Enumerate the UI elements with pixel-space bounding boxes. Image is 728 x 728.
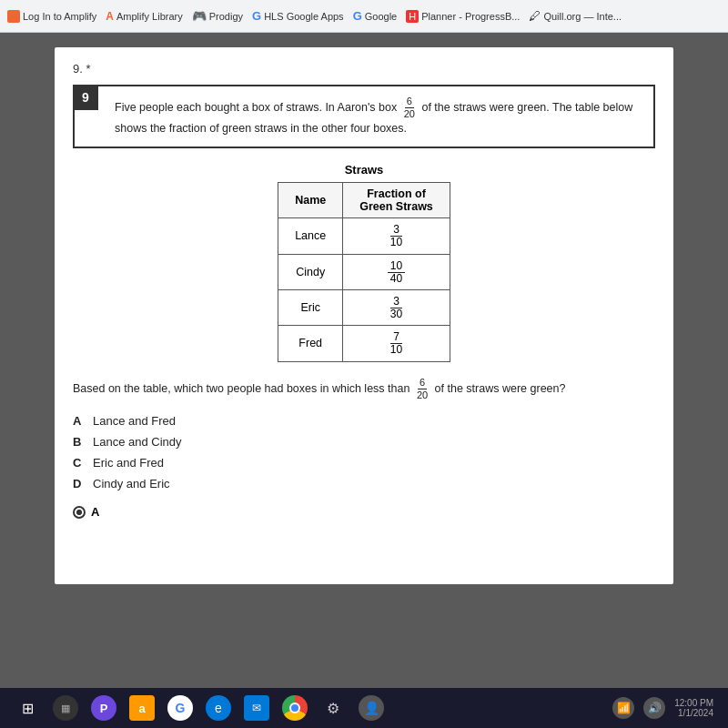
option-a-text: Lance and Fred — [93, 414, 176, 428]
amazon-button[interactable]: a — [129, 695, 155, 721]
option-b-text: Lance and Cindy — [93, 435, 182, 449]
quill-link[interactable]: 🖊 Quill.org — Inte... — [529, 9, 622, 23]
network-icon[interactable]: 📶 — [612, 697, 634, 719]
volume-icon[interactable]: 🔊 — [643, 697, 665, 719]
fred-fraction: 7 10 — [343, 326, 450, 361]
eric-name: Eric — [278, 289, 343, 325]
option-d-letter: D — [73, 477, 86, 490]
eric-fraction-den: 30 — [388, 308, 405, 320]
table-row: Eric 3 30 — [278, 289, 450, 325]
chrome-center — [289, 703, 300, 713]
prodigy-link[interactable]: 🎮 Prodigy — [192, 9, 243, 23]
time: 12:00 PM — [674, 698, 713, 708]
bottom-text-part2: of the straws were green? — [435, 382, 566, 395]
aaron-fraction: 6 20 — [402, 96, 417, 120]
cindy-fraction-den: 40 — [388, 273, 405, 285]
bottom-text-part1: Based on the table, which two people had… — [73, 382, 410, 395]
hls-google-icon: G — [252, 9, 261, 23]
amplify-library-link[interactable]: A Amplify Library — [106, 10, 182, 23]
question-text-part1: Five people each bought a box of straws.… — [115, 101, 397, 114]
option-b-letter: B — [73, 435, 86, 449]
bottom-fraction-num: 6 — [418, 377, 427, 389]
task-view-button[interactable]: ▦ — [53, 695, 78, 721]
table-row: Fred 7 10 — [278, 326, 450, 361]
hls-google-link[interactable]: G HLS Google Apps — [252, 9, 344, 23]
question-number-badge: 9 — [73, 85, 98, 110]
col-fraction-header: Fraction ofGreen Straws — [343, 183, 450, 218]
cindy-name: Cindy — [278, 254, 343, 289]
eric-fraction: 3 30 — [343, 289, 450, 325]
quiz-card: 9. * 9 Five people each bought a box of … — [55, 47, 673, 584]
lance-fraction: 3 10 — [343, 218, 450, 254]
clock: 12:00 PM 1/1/2024 — [674, 698, 713, 718]
prodigy-icon: 🎮 — [192, 9, 207, 23]
question-box: 9 Five people each bought a box of straw… — [73, 85, 655, 148]
aaron-fraction-num: 6 — [405, 96, 414, 108]
edge-button[interactable]: e — [206, 695, 231, 721]
option-c-letter: C — [73, 456, 86, 470]
google-taskbar-button[interactable]: G — [167, 695, 193, 721]
amplify-login-link[interactable]: Log In to Amplify — [7, 10, 96, 23]
option-d[interactable]: D Cindy and Eric — [73, 477, 655, 490]
quill-icon: 🖊 — [529, 9, 541, 23]
lance-fraction-num: 3 — [390, 224, 402, 237]
option-a-letter: A — [73, 414, 86, 428]
main-content: 9. * 9 Five people each bought a box of … — [0, 33, 728, 728]
user-button[interactable]: 👤 — [359, 695, 384, 721]
aaron-fraction-den: 20 — [402, 108, 417, 120]
amplify-favicon — [7, 10, 20, 23]
answer-options: A Lance and Fred B Lance and Cindy C Eri… — [73, 414, 655, 490]
col-name-header: Name — [278, 183, 343, 218]
bottom-fraction-den: 20 — [415, 389, 430, 401]
fred-fraction-num: 7 — [390, 331, 402, 344]
prodigy-label: Prodigy — [209, 11, 243, 22]
date: 1/1/2024 — [674, 708, 713, 718]
cindy-fraction-num: 10 — [388, 260, 405, 273]
fred-fraction-den: 10 — [388, 344, 405, 356]
chrome-button[interactable] — [282, 695, 308, 721]
radio-selected[interactable] — [73, 506, 86, 519]
planner-label: Planner - ProgressB... — [421, 11, 520, 22]
table-header-row: Name Fraction ofGreen Straws — [278, 183, 450, 218]
bottom-fraction: 6 20 — [415, 377, 430, 401]
option-c-text: Eric and Fred — [93, 456, 164, 470]
question-label: 9. * — [73, 62, 655, 76]
google-link[interactable]: G Google — [353, 9, 398, 23]
eric-fraction-num: 3 — [390, 296, 402, 308]
selected-answer-label: A — [91, 505, 99, 519]
question-bottom: Based on the table, which two people had… — [73, 377, 655, 401]
lance-name: Lance — [278, 218, 343, 254]
amplify-library-icon: A — [106, 10, 114, 23]
table-row: Lance 3 10 — [278, 218, 450, 254]
option-c[interactable]: C Eric and Fred — [73, 456, 655, 470]
planner-icon: H — [406, 10, 419, 23]
cindy-fraction: 10 40 — [343, 254, 450, 289]
table-row: Cindy 10 40 — [278, 254, 450, 289]
google-label: Google — [365, 11, 397, 22]
straws-table: Name Fraction ofGreen Straws Lance 3 10 — [278, 182, 450, 362]
question-text: Five people each bought a box of straws.… — [86, 96, 642, 137]
taskbar: ⊞ ▦ P a G e ✉ ⚙ 👤 📶 🔊 12:00 PM 1/1/2024 — [0, 688, 728, 728]
amplify-login-label: Log In to Amplify — [23, 11, 96, 22]
planner-link[interactable]: H Planner - ProgressB... — [406, 10, 520, 23]
p-app-button[interactable]: P — [91, 695, 116, 721]
google-icon: G — [353, 9, 362, 23]
table-section: Straws Name Fraction ofGreen Straws Lanc… — [73, 163, 655, 362]
taskbar-right: 📶 🔊 12:00 PM 1/1/2024 — [612, 697, 713, 719]
table-title: Straws — [345, 163, 384, 177]
fred-name: Fred — [278, 326, 343, 361]
option-b[interactable]: B Lance and Cindy — [73, 435, 655, 449]
taskbar-left: ⊞ ▦ P a G e ✉ ⚙ 👤 — [15, 695, 384, 721]
selected-answer-row: A — [73, 505, 655, 519]
windows-start-button[interactable]: ⊞ — [15, 695, 40, 721]
amplify-library-label: Amplify Library — [116, 11, 183, 22]
option-a[interactable]: A Lance and Fred — [73, 414, 655, 428]
hls-google-label: HLS Google Apps — [264, 11, 343, 22]
lance-fraction-den: 10 — [388, 237, 405, 248]
mail-button[interactable]: ✉ — [244, 695, 269, 721]
quill-label: Quill.org — Inte... — [543, 11, 622, 22]
settings-button[interactable]: ⚙ — [320, 695, 346, 721]
option-d-text: Cindy and Eric — [93, 477, 170, 490]
browser-bar: Log In to Amplify A Amplify Library 🎮 Pr… — [0, 0, 728, 33]
